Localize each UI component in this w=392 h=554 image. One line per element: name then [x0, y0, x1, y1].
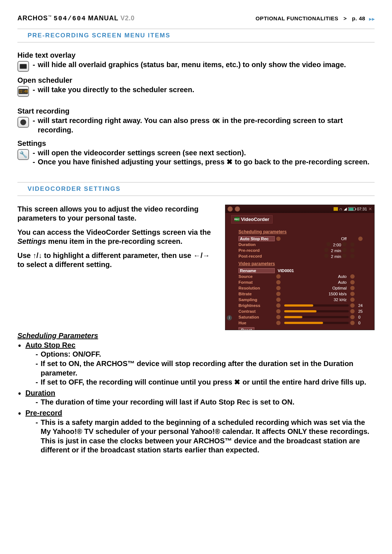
param-desc: Options: ON/OFF. [41, 350, 375, 359]
param-name: Pre-record [25, 409, 62, 417]
status-icon [334, 207, 338, 211]
slider-track [284, 322, 349, 324]
help-icon [350, 254, 355, 258]
forward-icon: ▸▸ [369, 16, 375, 22]
vc-section-scheduling: Scheduling parameters [238, 229, 366, 234]
item-desc: will start recording right away. You can… [38, 116, 375, 135]
dash-icon: - [33, 60, 38, 70]
version-label: V2.0 [121, 15, 135, 22]
vc-row-source: Source Auto [238, 274, 366, 279]
vc-row-duration: Duration 2:00 [238, 242, 366, 247]
speaker-icon: ◢ [344, 206, 347, 211]
ok-button-glyph: OK [212, 117, 220, 126]
page-header: ARCHOS™ 504/604 MANUAL V2.0 OPTIONAL FUN… [17, 15, 375, 22]
param-name: Auto Stop Rec [25, 341, 75, 349]
item-title: Open scheduler [17, 76, 375, 85]
dash-icon: - [36, 359, 41, 378]
section-divider: VIDEOCORDER SETTINGS [17, 182, 375, 196]
close-icon: ✖ [234, 378, 240, 386]
slider-track [284, 316, 349, 318]
left-arrow-icon [276, 237, 281, 241]
scheduling-params-heading: Scheduling Parameters [17, 332, 375, 340]
help-icon [350, 242, 355, 247]
vc-row-contrast: Contrast 25 [238, 308, 366, 314]
param-desc: If set to OFF, the recording will contin… [41, 378, 375, 387]
dash-icon: - [33, 85, 38, 95]
param-duration: Duration - The duration of time your rec… [25, 389, 375, 407]
trademark: ™ [48, 15, 52, 19]
vc-row-resolution: Resolution Optimal [238, 285, 366, 291]
dash-icon: - [33, 148, 38, 158]
param-desc: The duration of time your recording will… [41, 398, 375, 407]
item-desc: Once you have finished adjusting your se… [38, 157, 375, 167]
vc-row-hue: Hue 0 [238, 320, 366, 326]
info-icon: i [227, 315, 232, 320]
param-desc: This is a safety margin added to the beg… [41, 418, 375, 455]
headphones-icon: ∩ [339, 206, 343, 212]
right-arrow-icon [358, 237, 363, 241]
screen-icon [17, 61, 29, 72]
settings-icon [235, 206, 240, 212]
header-left: ARCHOS™ 504/604 MANUAL V2.0 [17, 15, 135, 22]
slider-track [284, 310, 349, 312]
vc-reset-button: Reset [238, 327, 254, 330]
vc-row-prerecord: Pre-record 2 min [238, 247, 366, 253]
vc-row-format: Format Auto [238, 279, 366, 285]
gear-icon: 🔧 [17, 149, 29, 160]
menu-item-start-recording: Start recording - will start recording r… [17, 107, 375, 135]
vc-row-saturation: Saturation 0 [238, 314, 366, 320]
menu-item-open-scheduler: Open scheduler 22:48 - will take you dir… [17, 76, 375, 97]
intro-p3: Use ↑/↓ to highlight a different paramet… [17, 251, 218, 269]
menu-item-settings: Settings 🔧 - will open the videocorder s… [17, 139, 375, 167]
dash-icon: - [36, 350, 41, 359]
dash-icon: - [36, 398, 41, 407]
param-auto-stop-rec: Auto Stop Rec - Options: ON/OFF. - If se… [25, 341, 375, 387]
item-title: Start recording [17, 107, 375, 115]
dash-icon: - [33, 157, 38, 167]
param-name: Duration [25, 389, 55, 397]
close-icon: ✖ [226, 158, 233, 166]
intro-text: This screen allows you to adjust the vid… [17, 205, 218, 274]
vc-row-sampling: Sampling 32 kHz [238, 297, 366, 303]
breadcrumb-section: OPTIONAL FUNCTIONALITIES [256, 15, 338, 21]
battery-icon [348, 207, 355, 211]
item-desc: will take you directly to the scheduler … [38, 85, 375, 95]
breadcrumb-sep: > [343, 15, 347, 21]
page-number: p. 48 [352, 15, 366, 21]
vc-time: 07:31 [357, 207, 367, 211]
item-title: Settings [17, 139, 375, 148]
slider-track [284, 304, 349, 307]
intro-p1: This screen allows you to adjust the vid… [17, 205, 218, 223]
help-icon [350, 248, 355, 253]
section-title-videocorder: VIDEOCORDER SETTINGS [21, 185, 371, 193]
intro-p2: You can access the VideoCorder Settings … [17, 228, 218, 246]
dash-icon: - [36, 378, 41, 387]
vc-row-autostop: Auto Stop Rec Off [238, 236, 366, 242]
model-number: 504/604 [54, 15, 86, 22]
vc-row-rename: Rename VID0001 [238, 268, 366, 274]
vc-window-title: REC VideoCorder [231, 215, 273, 223]
record-icon [17, 117, 29, 128]
videocorder-screenshot: ∩ ◢ 07:31 ✕ REC VideoCorder Scheduling p… [225, 205, 375, 330]
header-right: OPTIONAL FUNCTIONALITIES > p. 48 ▸▸ [256, 15, 375, 22]
clock-icon: 22:48 [17, 86, 29, 97]
vc-row-bitrate: Bitrate 1500 kb/s [238, 291, 366, 297]
dash-icon: - [36, 418, 41, 455]
nav-icon [228, 206, 233, 212]
param-desc: If set to ON, the ARCHOS™ device will st… [41, 359, 375, 378]
section-divider: PRE-RECORDING SCREEN MENU ITEMS [17, 29, 375, 42]
vc-status-bar: ∩ ◢ 07:31 ✕ [225, 205, 374, 213]
manual-word: MANUAL [88, 15, 119, 22]
item-title: Hide text overlay [17, 51, 375, 59]
param-pre-record: Pre-record - This is a safety margin add… [25, 409, 375, 455]
rec-badge-icon: REC [234, 217, 240, 221]
close-icon: ✕ [368, 206, 372, 212]
vc-section-video: Video parameters [238, 261, 366, 266]
vc-row-postrecord: Post-record 2 min [238, 253, 366, 259]
vc-row-brightness: Brightness 24 [238, 303, 366, 308]
item-desc: will hide all overlaid graphics (status … [38, 60, 375, 70]
item-desc: will open the videocorder settings scree… [38, 148, 375, 158]
brand-logo: ARCHOS [17, 15, 48, 22]
dash-icon: - [33, 116, 38, 135]
menu-item-hide-overlay: Hide text overlay - will hide all overla… [17, 51, 375, 72]
